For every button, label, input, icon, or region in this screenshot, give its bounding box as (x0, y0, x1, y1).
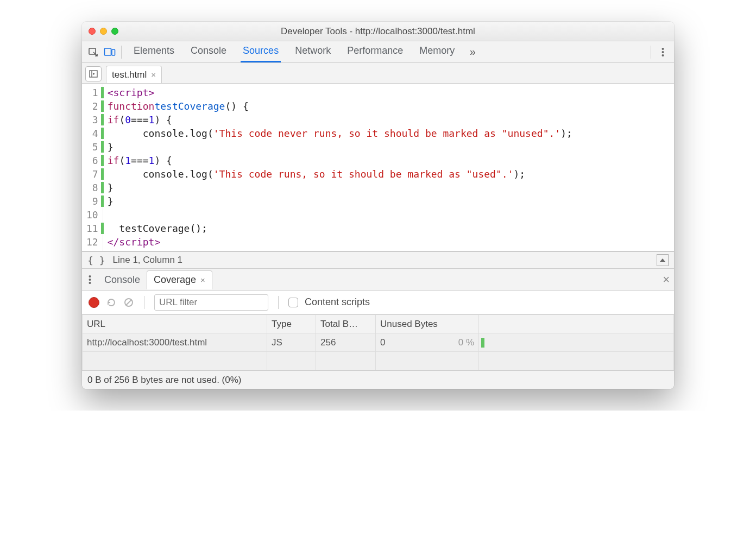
line-number: 8 (86, 181, 100, 194)
code-line: </script> (108, 235, 572, 249)
cell-bar (479, 333, 674, 352)
device-toolbar-icon[interactable] (102, 44, 118, 60)
kebab-menu-icon[interactable] (654, 44, 671, 60)
file-tab[interactable]: test.html × (106, 66, 162, 83)
inspect-element-icon[interactable] (85, 44, 102, 60)
devtools-window: Developer Tools - http://localhost:3000/… (82, 22, 674, 389)
coverage-marker (101, 236, 104, 248)
close-tab-icon[interactable]: × (151, 70, 156, 79)
code-line: if (0 === 1) { (108, 113, 572, 127)
code-line: if (1 === 1) { (108, 154, 572, 167)
line-number: 5 (86, 140, 100, 154)
titlebar: Developer Tools - http://localhost:3000/… (82, 22, 674, 41)
coverage-table: URLTypeTotal B…Unused Bytes http://local… (82, 314, 674, 370)
coverage-marker (101, 87, 104, 98)
separator (651, 46, 651, 59)
coverage-marker (101, 141, 104, 153)
col-header[interactable]: Type (267, 315, 316, 333)
svg-rect-1 (105, 48, 111, 55)
coverage-marker (101, 128, 104, 139)
tab-console[interactable]: Console (190, 42, 228, 62)
tab-performance[interactable]: Performance (346, 42, 404, 62)
coverage-marker (101, 182, 104, 193)
separator (278, 296, 279, 309)
cell-type: JS (267, 333, 316, 352)
code-line: <script> (108, 86, 572, 99)
content-scripts-checkbox[interactable] (288, 298, 298, 307)
svg-point-3 (662, 48, 664, 50)
line-number: 9 (86, 194, 100, 208)
line-number: 4 (86, 127, 100, 140)
tab-elements[interactable]: Elements (133, 42, 175, 62)
coverage-marker (101, 223, 104, 234)
content-scripts-label: Content scripts (305, 297, 370, 308)
overflow-tabs-button[interactable]: » (464, 44, 481, 60)
separator (121, 46, 122, 59)
reload-icon[interactable] (106, 297, 117, 308)
line-number: 10 (86, 208, 100, 222)
line-number: 6 (86, 154, 100, 167)
cursor-position: Line 1, Column 1 (113, 255, 183, 266)
table-row[interactable]: http://localhost:3000/test.html JS 256 0… (83, 333, 674, 352)
source-editor[interactable]: 123456789101112 <script> function testCo… (82, 84, 674, 251)
table-row (83, 352, 674, 370)
main-tabs: ElementsConsoleSourcesNetworkPerformance… (133, 42, 456, 62)
footer-text: 0 B of 256 B bytes are not used. (0%) (87, 375, 242, 386)
svg-point-7 (89, 275, 91, 278)
coverage-marker (101, 100, 104, 112)
show-navigator-icon[interactable] (85, 66, 102, 81)
line-gutter: 123456789101112 (82, 84, 103, 251)
svg-point-8 (89, 279, 91, 281)
coverage-marker (101, 195, 104, 207)
code-line: console.log('This code never runs, so it… (108, 127, 572, 140)
col-header[interactable]: URL (83, 315, 267, 333)
line-number: 12 (86, 235, 100, 249)
drawer-tabbar: ConsoleCoverage× × (82, 269, 674, 291)
main-toolbar: ElementsConsoleSourcesNetworkPerformance… (82, 41, 674, 63)
table-header-row: URLTypeTotal B…Unused Bytes (83, 315, 674, 333)
close-drawer-icon[interactable]: × (663, 273, 670, 286)
drawer-tab-console[interactable]: Console (98, 271, 147, 289)
svg-point-9 (89, 282, 91, 284)
tab-network[interactable]: Network (294, 42, 332, 62)
window-title: Developer Tools - http://localhost:3000/… (82, 26, 674, 37)
record-button[interactable] (89, 297, 99, 308)
pretty-print-icon[interactable]: { } (87, 255, 105, 266)
svg-point-4 (662, 51, 664, 53)
coverage-toolbar: Content scripts (82, 291, 674, 314)
collapse-panel-icon[interactable] (657, 254, 669, 266)
line-number: 11 (86, 222, 100, 235)
coverage-marker (101, 155, 104, 166)
svg-point-5 (662, 54, 664, 56)
tab-memory[interactable]: Memory (418, 42, 456, 62)
cell-total: 256 (316, 333, 376, 352)
editor-statusbar: { } Line 1, Column 1 (82, 251, 674, 269)
col-header[interactable]: Unused Bytes (376, 315, 479, 333)
coverage-marker (101, 114, 104, 125)
close-tab-icon[interactable]: × (200, 275, 205, 285)
file-tab-bar: test.html × (82, 63, 674, 84)
col-header[interactable]: Total B… (316, 315, 376, 333)
code-line (108, 208, 572, 222)
col-header[interactable] (479, 315, 674, 333)
drawer-tab-coverage[interactable]: Coverage× (147, 270, 212, 289)
separator (144, 296, 144, 309)
tab-sources[interactable]: Sources (242, 42, 280, 62)
code-line: console.log('This code runs, so it shoul… (108, 167, 572, 181)
file-tab-label: test.html (112, 70, 147, 80)
line-number: 3 (86, 113, 100, 127)
svg-rect-2 (112, 49, 115, 55)
code-line: } (108, 194, 572, 208)
coverage-marker (101, 168, 104, 180)
cell-url: http://localhost:3000/test.html (83, 333, 267, 352)
line-number: 2 (86, 99, 100, 113)
cell-unused: 0 0 % (376, 333, 479, 352)
code-line: testCoverage(); (108, 222, 572, 235)
line-number: 7 (86, 167, 100, 181)
code-line: function testCoverage() { (108, 99, 572, 113)
coverage-footer: 0 B of 256 B bytes are not used. (0%) (82, 370, 674, 389)
clear-icon[interactable] (123, 297, 134, 308)
drawer-menu-icon[interactable] (86, 274, 93, 285)
url-filter-input[interactable] (154, 294, 268, 311)
code-line: } (108, 181, 572, 194)
